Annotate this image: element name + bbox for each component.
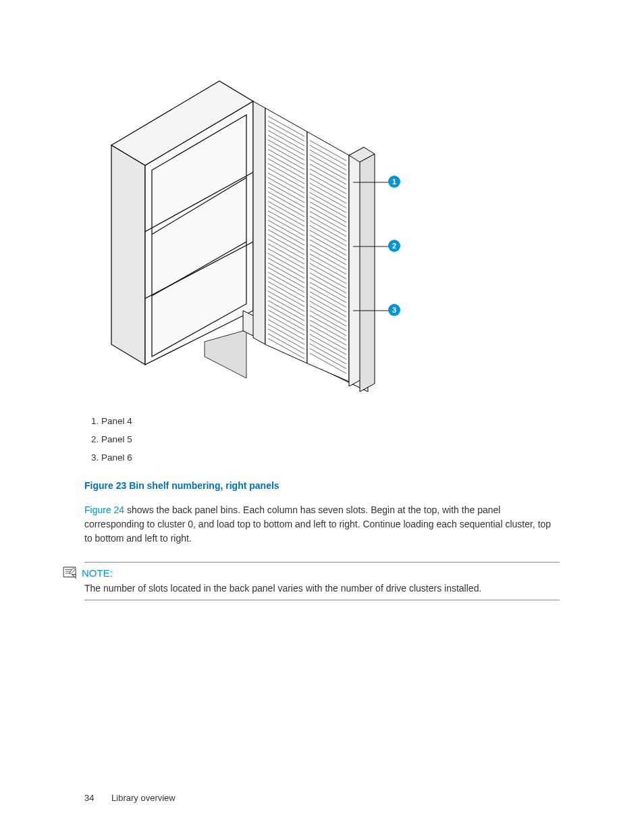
figure-xref-link[interactable]: Figure 24 xyxy=(84,504,124,515)
callout-3: 3 xyxy=(388,304,400,316)
svg-marker-1 xyxy=(111,145,145,365)
svg-marker-9 xyxy=(205,331,246,378)
library-cabinet-illustration xyxy=(84,41,429,398)
note-rule-bottom xyxy=(84,600,560,600)
figure-legend: 1. Panel 4 2. Panel 5 3. Panel 6 xyxy=(91,412,560,467)
figure-caption: Figure 23 Bin shelf numbering, right pan… xyxy=(84,480,560,491)
legend-item: 1. Panel 4 xyxy=(91,412,560,430)
callout-2: 2 xyxy=(388,240,400,252)
svg-marker-15 xyxy=(360,154,375,392)
note-label: NOTE: xyxy=(82,567,113,579)
note-text: The number of slots located in the back … xyxy=(84,581,560,596)
legend-item: 2. Panel 5 xyxy=(91,430,560,448)
section-title: Library overview xyxy=(111,793,176,803)
note-icon xyxy=(63,567,78,579)
page-footer: 34 Library overview xyxy=(84,793,176,803)
svg-marker-12 xyxy=(307,132,349,382)
page-number: 34 xyxy=(84,793,94,803)
note-block: NOTE: The number of slots located in the… xyxy=(63,562,560,600)
note-rule-top xyxy=(84,562,560,563)
body-paragraph: Figure 24 shows the back panel bins. Eac… xyxy=(84,503,560,546)
figure-diagram: 1 2 3 xyxy=(84,41,429,398)
legend-item: 3. Panel 6 xyxy=(91,448,560,467)
svg-marker-10 xyxy=(253,101,265,344)
body-text: shows the back panel bins. Each column h… xyxy=(84,504,551,544)
callout-1: 1 xyxy=(388,176,400,188)
